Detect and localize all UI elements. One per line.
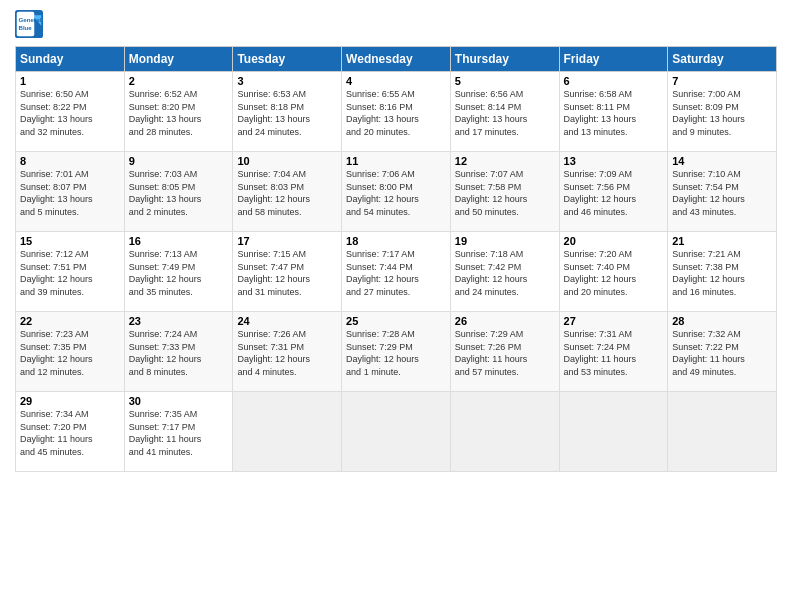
day-number: 14 (672, 155, 772, 167)
day-cell: 8Sunrise: 7:01 AM Sunset: 8:07 PM Daylig… (16, 152, 125, 232)
day-number: 23 (129, 315, 229, 327)
day-info: Sunrise: 7:12 AM Sunset: 7:51 PM Dayligh… (20, 248, 120, 298)
day-cell: 14Sunrise: 7:10 AM Sunset: 7:54 PM Dayli… (668, 152, 777, 232)
day-info: Sunrise: 7:26 AM Sunset: 7:31 PM Dayligh… (237, 328, 337, 378)
col-header-saturday: Saturday (668, 47, 777, 72)
day-info: Sunrise: 7:00 AM Sunset: 8:09 PM Dayligh… (672, 88, 772, 138)
day-info: Sunrise: 7:32 AM Sunset: 7:22 PM Dayligh… (672, 328, 772, 378)
col-header-monday: Monday (124, 47, 233, 72)
logo: General Blue (15, 10, 47, 38)
col-header-tuesday: Tuesday (233, 47, 342, 72)
day-cell: 21Sunrise: 7:21 AM Sunset: 7:38 PM Dayli… (668, 232, 777, 312)
day-info: Sunrise: 6:56 AM Sunset: 8:14 PM Dayligh… (455, 88, 555, 138)
day-number: 13 (564, 155, 664, 167)
day-info: Sunrise: 7:35 AM Sunset: 7:17 PM Dayligh… (129, 408, 229, 458)
day-info: Sunrise: 7:21 AM Sunset: 7:38 PM Dayligh… (672, 248, 772, 298)
week-row-1: 1Sunrise: 6:50 AM Sunset: 8:22 PM Daylig… (16, 72, 777, 152)
day-info: Sunrise: 7:34 AM Sunset: 7:20 PM Dayligh… (20, 408, 120, 458)
day-cell (668, 392, 777, 472)
day-number: 15 (20, 235, 120, 247)
day-cell: 28Sunrise: 7:32 AM Sunset: 7:22 PM Dayli… (668, 312, 777, 392)
day-number: 17 (237, 235, 337, 247)
day-info: Sunrise: 7:01 AM Sunset: 8:07 PM Dayligh… (20, 168, 120, 218)
day-cell: 10Sunrise: 7:04 AM Sunset: 8:03 PM Dayli… (233, 152, 342, 232)
day-cell: 20Sunrise: 7:20 AM Sunset: 7:40 PM Dayli… (559, 232, 668, 312)
day-cell: 23Sunrise: 7:24 AM Sunset: 7:33 PM Dayli… (124, 312, 233, 392)
day-info: Sunrise: 7:17 AM Sunset: 7:44 PM Dayligh… (346, 248, 446, 298)
day-info: Sunrise: 7:31 AM Sunset: 7:24 PM Dayligh… (564, 328, 664, 378)
day-info: Sunrise: 6:52 AM Sunset: 8:20 PM Dayligh… (129, 88, 229, 138)
day-number: 30 (129, 395, 229, 407)
day-cell (233, 392, 342, 472)
day-info: Sunrise: 6:58 AM Sunset: 8:11 PM Dayligh… (564, 88, 664, 138)
day-number: 10 (237, 155, 337, 167)
day-number: 18 (346, 235, 446, 247)
day-cell: 2Sunrise: 6:52 AM Sunset: 8:20 PM Daylig… (124, 72, 233, 152)
day-info: Sunrise: 7:18 AM Sunset: 7:42 PM Dayligh… (455, 248, 555, 298)
day-info: Sunrise: 7:28 AM Sunset: 7:29 PM Dayligh… (346, 328, 446, 378)
day-cell (342, 392, 451, 472)
day-cell (559, 392, 668, 472)
day-number: 22 (20, 315, 120, 327)
day-info: Sunrise: 7:29 AM Sunset: 7:26 PM Dayligh… (455, 328, 555, 378)
day-info: Sunrise: 7:13 AM Sunset: 7:49 PM Dayligh… (129, 248, 229, 298)
day-info: Sunrise: 7:06 AM Sunset: 8:00 PM Dayligh… (346, 168, 446, 218)
day-number: 19 (455, 235, 555, 247)
day-number: 29 (20, 395, 120, 407)
day-cell: 17Sunrise: 7:15 AM Sunset: 7:47 PM Dayli… (233, 232, 342, 312)
day-number: 1 (20, 75, 120, 87)
day-cell: 18Sunrise: 7:17 AM Sunset: 7:44 PM Dayli… (342, 232, 451, 312)
day-cell: 5Sunrise: 6:56 AM Sunset: 8:14 PM Daylig… (450, 72, 559, 152)
col-header-thursday: Thursday (450, 47, 559, 72)
main-container: General Blue SundayMondayTuesdayWednesda… (0, 0, 792, 477)
day-cell: 3Sunrise: 6:53 AM Sunset: 8:18 PM Daylig… (233, 72, 342, 152)
day-number: 8 (20, 155, 120, 167)
day-number: 20 (564, 235, 664, 247)
day-info: Sunrise: 6:53 AM Sunset: 8:18 PM Dayligh… (237, 88, 337, 138)
day-number: 25 (346, 315, 446, 327)
day-number: 3 (237, 75, 337, 87)
day-number: 6 (564, 75, 664, 87)
day-info: Sunrise: 7:07 AM Sunset: 7:58 PM Dayligh… (455, 168, 555, 218)
svg-text:Blue: Blue (19, 24, 33, 31)
day-info: Sunrise: 7:23 AM Sunset: 7:35 PM Dayligh… (20, 328, 120, 378)
week-row-4: 22Sunrise: 7:23 AM Sunset: 7:35 PM Dayli… (16, 312, 777, 392)
day-cell: 12Sunrise: 7:07 AM Sunset: 7:58 PM Dayli… (450, 152, 559, 232)
logo-icon: General Blue (15, 10, 43, 38)
day-cell: 11Sunrise: 7:06 AM Sunset: 8:00 PM Dayli… (342, 152, 451, 232)
day-info: Sunrise: 7:15 AM Sunset: 7:47 PM Dayligh… (237, 248, 337, 298)
day-cell: 13Sunrise: 7:09 AM Sunset: 7:56 PM Dayli… (559, 152, 668, 232)
day-cell: 4Sunrise: 6:55 AM Sunset: 8:16 PM Daylig… (342, 72, 451, 152)
day-cell: 9Sunrise: 7:03 AM Sunset: 8:05 PM Daylig… (124, 152, 233, 232)
col-header-wednesday: Wednesday (342, 47, 451, 72)
svg-text:General: General (19, 16, 42, 23)
day-number: 21 (672, 235, 772, 247)
day-number: 2 (129, 75, 229, 87)
day-number: 27 (564, 315, 664, 327)
calendar-table: SundayMondayTuesdayWednesdayThursdayFrid… (15, 46, 777, 472)
day-cell: 29Sunrise: 7:34 AM Sunset: 7:20 PM Dayli… (16, 392, 125, 472)
day-info: Sunrise: 7:24 AM Sunset: 7:33 PM Dayligh… (129, 328, 229, 378)
day-cell: 30Sunrise: 7:35 AM Sunset: 7:17 PM Dayli… (124, 392, 233, 472)
day-number: 24 (237, 315, 337, 327)
day-cell: 24Sunrise: 7:26 AM Sunset: 7:31 PM Dayli… (233, 312, 342, 392)
day-cell: 26Sunrise: 7:29 AM Sunset: 7:26 PM Dayli… (450, 312, 559, 392)
day-number: 11 (346, 155, 446, 167)
day-number: 5 (455, 75, 555, 87)
day-number: 4 (346, 75, 446, 87)
day-number: 16 (129, 235, 229, 247)
header: General Blue (15, 10, 777, 38)
week-row-3: 15Sunrise: 7:12 AM Sunset: 7:51 PM Dayli… (16, 232, 777, 312)
day-info: Sunrise: 7:20 AM Sunset: 7:40 PM Dayligh… (564, 248, 664, 298)
day-cell: 27Sunrise: 7:31 AM Sunset: 7:24 PM Dayli… (559, 312, 668, 392)
day-number: 26 (455, 315, 555, 327)
day-info: Sunrise: 7:04 AM Sunset: 8:03 PM Dayligh… (237, 168, 337, 218)
day-info: Sunrise: 6:50 AM Sunset: 8:22 PM Dayligh… (20, 88, 120, 138)
day-number: 12 (455, 155, 555, 167)
day-cell: 7Sunrise: 7:00 AM Sunset: 8:09 PM Daylig… (668, 72, 777, 152)
day-cell: 6Sunrise: 6:58 AM Sunset: 8:11 PM Daylig… (559, 72, 668, 152)
day-cell: 22Sunrise: 7:23 AM Sunset: 7:35 PM Dayli… (16, 312, 125, 392)
day-cell: 1Sunrise: 6:50 AM Sunset: 8:22 PM Daylig… (16, 72, 125, 152)
day-number: 9 (129, 155, 229, 167)
day-cell (450, 392, 559, 472)
